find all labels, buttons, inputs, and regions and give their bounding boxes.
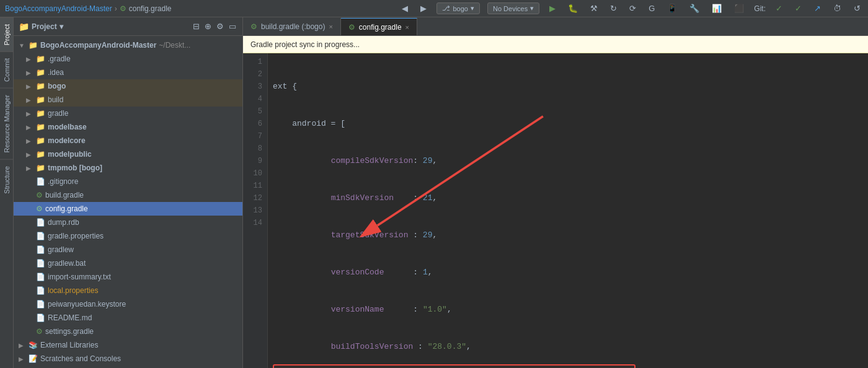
folder-icon: 📁	[36, 55, 45, 63]
run-button[interactable]: ▶	[547, 2, 558, 14]
sidebar-item-commit[interactable]: Commit	[0, 51, 13, 88]
expand-icon: ▶	[26, 97, 33, 103]
expand-icon: ▶	[26, 69, 33, 76]
device-caret-icon: ▾	[530, 4, 534, 12]
sidebar-item-structure[interactable]: Structure	[0, 159, 13, 200]
tree-item-dumprdb[interactable]: 📄 dump.rdb	[14, 216, 242, 229]
code-content[interactable]: ext { android = [ compileSdkVersion: 29,…	[268, 53, 868, 368]
branch-selector[interactable]: ⎇ bogo ▾	[436, 2, 479, 14]
folder-icon: 📁	[36, 164, 45, 172]
gradle-icon: ⚙	[36, 191, 43, 199]
tree-item-buildgradle[interactable]: ⚙ build.gradle	[14, 188, 242, 202]
minimize-button[interactable]: ▭	[228, 20, 237, 32]
tab-icon: ⚙	[348, 23, 355, 32]
tree-item-build[interactable]: ▶ 📁 build	[14, 93, 242, 107]
folder-icon: 📁	[36, 123, 45, 131]
tree-item-settingsgradle[interactable]: ⚙ settings.gradle	[14, 325, 242, 338]
root-label: BogoAccompanyAndroid-Master	[40, 41, 156, 50]
tree-item-gradle[interactable]: ▶ 📁 gradle	[14, 107, 242, 120]
breadcrumb: BogoAccompanyAndroid-Master › ⚙ config.g…	[5, 4, 171, 13]
code-line-1: ext {	[273, 81, 863, 93]
git-revert-button[interactable]: ↺	[851, 2, 863, 14]
toolbar-right: ◀ ▶ ⎇ bogo ▾ No Devices ▾ ▶ 🐛 ⚒ ↻ ⟳ G 📱 …	[399, 2, 863, 14]
tree-item-modelpublic[interactable]: ▶ 📁 modelpublic	[14, 147, 242, 161]
breadcrumb-project[interactable]: BogoAccompanyAndroid-Master	[5, 4, 112, 13]
tree-item-keystore[interactable]: 📄 peiwanyuedan.keystore	[14, 297, 242, 311]
tab-config-gradle[interactable]: ⚙ config.gradle ×	[341, 18, 417, 35]
stop-button[interactable]: ⬛	[732, 2, 746, 14]
nav-back-button[interactable]: ◀	[399, 2, 410, 14]
tree-item-root[interactable]: ▼ 📁 BogoAccompanyAndroid-Master ~/Deskt.…	[14, 38, 242, 52]
editor-area: ⚙ build.gradle (:bogo) × ⚙ config.gradle…	[243, 17, 868, 368]
avd-button[interactable]: 📱	[665, 2, 680, 14]
breadcrumb-file: config.gradle	[129, 4, 172, 13]
code-line-2: android = [	[273, 118, 863, 130]
nav-forward-button[interactable]: ▶	[418, 2, 429, 14]
item-label: gradle	[48, 109, 68, 118]
project-caret-icon[interactable]: ▾	[60, 22, 63, 31]
sync-button[interactable]: ↻	[608, 2, 619, 14]
expand-icon: ▶	[26, 56, 33, 63]
file-tree-panel: 📁 Project ▾ ⊟ ⊕ ⚙ ▭ ▼ 📁 BogoAccompanyAnd…	[14, 17, 243, 368]
tree-item-configgradle[interactable]: ⚙ config.gradle	[14, 202, 242, 216]
profiler-button[interactable]: 📊	[709, 2, 724, 14]
git-push-button[interactable]: ↗	[812, 2, 823, 14]
breadcrumb-separator: ›	[115, 4, 117, 13]
branch-caret-icon: ▾	[471, 4, 474, 12]
code-line-6: versionCode : 1,	[273, 266, 863, 279]
scroll-to-center-button[interactable]: ⊕	[203, 20, 213, 32]
item-label: bogo	[48, 82, 66, 90]
tree-item-gradle-hidden[interactable]: ▶ 📁 .gradle	[14, 52, 242, 66]
tree-item-gradleprops[interactable]: 📄 gradle.properties	[14, 229, 242, 243]
build-button[interactable]: ⚒	[588, 2, 600, 14]
file-icon: 📄	[36, 177, 45, 186]
line-num-1: 1	[243, 56, 267, 68]
git-check2-button[interactable]: ✓	[792, 2, 804, 14]
tree-item-modelcore[interactable]: ▶ 📁 modelcore	[14, 134, 242, 147]
tree-item-gradlewbat[interactable]: 📄 gradlew.bat	[14, 256, 242, 270]
tab-label: config.gradle	[359, 23, 402, 32]
tab-close-config-gradle[interactable]: ×	[405, 24, 409, 31]
tree-item-readme[interactable]: 📄 README.md	[14, 311, 242, 325]
main-area: Project Commit Resource Manager Structur…	[0, 17, 868, 368]
collapse-all-button[interactable]: ⊟	[192, 20, 201, 32]
tab-label: build.gradle (:bogo)	[261, 22, 325, 31]
device-selector[interactable]: No Devices ▾	[487, 2, 539, 14]
expand-icon: ▶	[26, 138, 33, 144]
tree-item-localprops[interactable]: 📄 local.properties	[14, 284, 242, 297]
code-editor[interactable]: 1 2 3 4 5 6 7 8 9 10 11 12 13 14	[243, 53, 868, 368]
sidebar-item-resource-manager[interactable]: Resource Manager	[0, 88, 13, 159]
gradle-icon: ⚙	[36, 204, 43, 213]
tree-item-modelbase[interactable]: ▶ 📁 modelbase	[14, 120, 242, 134]
sdk-button[interactable]: 🔧	[687, 2, 702, 14]
git-history-button[interactable]: ⏱	[831, 2, 844, 14]
item-label: build.gradle	[45, 191, 84, 199]
gear-button[interactable]: ⚙	[215, 20, 225, 32]
folder-icon: 📁	[36, 95, 45, 104]
tree-item-bogo[interactable]: ▶ 📁 bogo	[14, 79, 242, 93]
item-label: settings.gradle	[45, 327, 94, 336]
sidebar-item-project[interactable]: Project	[0, 17, 13, 51]
refresh-button[interactable]: ⟳	[627, 2, 639, 14]
line-num-12: 12	[243, 192, 267, 204]
tree-item-tmpmob[interactable]: ▶ 📁 tmpmob [bogo]	[14, 161, 242, 175]
tree-item-gitignore[interactable]: 📄 .gitignore	[14, 175, 242, 188]
tree-item-scratches[interactable]: ▶ 📝 Scratches and Consoles	[14, 352, 242, 366]
tab-close-build-gradle[interactable]: ×	[329, 23, 332, 30]
tab-build-gradle[interactable]: ⚙ build.gradle (:bogo) ×	[243, 18, 341, 35]
tree-item-idea[interactable]: ▶ 📁 .idea	[14, 66, 242, 79]
line-num-6: 6	[243, 118, 267, 130]
tree-item-importsummary[interactable]: 📄 import-summary.txt	[14, 270, 242, 284]
line-num-3: 3	[243, 81, 267, 93]
tree-item-gradlew[interactable]: 📄 gradlew	[14, 243, 242, 256]
gradle-button[interactable]: G	[646, 2, 657, 14]
editor-wrapper: 1 2 3 4 5 6 7 8 9 10 11 12 13 14	[243, 53, 868, 368]
debug-button[interactable]: 🐛	[565, 2, 580, 14]
file-tree-body[interactable]: ▼ 📁 BogoAccompanyAndroid-Master ~/Deskt.…	[14, 36, 242, 368]
git-check-button[interactable]: ✓	[773, 2, 785, 14]
line-num-9: 9	[243, 155, 267, 167]
expand-icon: ▼	[19, 42, 26, 49]
code-line-5: targetSdkVersion : 29,	[273, 229, 863, 242]
tree-item-extlibs[interactable]: ▶ 📚 External Libraries	[14, 338, 242, 352]
file-tree-header: 📁 Project ▾ ⊟ ⊕ ⚙ ▭	[14, 17, 242, 36]
